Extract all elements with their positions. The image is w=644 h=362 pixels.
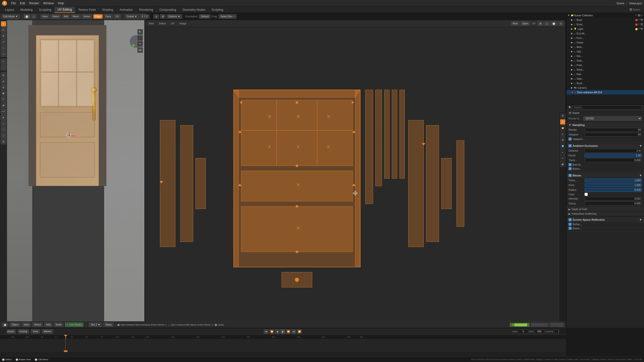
jump-end-btn[interactable]: ⏭: [292, 329, 296, 334]
snap-toggle[interactable]: ⊞: [160, 14, 166, 19]
uv-snap-btn[interactable]: ⊙: [558, 21, 564, 26]
edge-menu[interactable]: Edge: [93, 14, 103, 19]
tab-scripting[interactable]: Scripting: [209, 7, 227, 13]
ne-node-btn[interactable]: Node: [54, 323, 63, 327]
marker-btn[interactable]: Marker: [42, 329, 53, 334]
bloom-clamp-input[interactable]: [585, 202, 642, 205]
uv-uv-btn[interactable]: UV: [169, 22, 176, 25]
face-menu[interactable]: Face: [104, 14, 113, 19]
tool-shrink-flatten[interactable]: ◈: [1, 115, 6, 120]
xyz-transform[interactable]: X Y Z: [140, 14, 150, 19]
global-transform[interactable]: Global ▼: [125, 14, 139, 19]
outliner-scene-collection[interactable]: ▼ 📁 Scene Collection 👁 📷 ⊞: [567, 13, 644, 18]
ne-add-btn[interactable]: Add: [44, 323, 52, 327]
viewport-shading-wire[interactable]: ◻: [31, 14, 36, 19]
camera-view-btn[interactable]: 📷: [137, 41, 143, 47]
tool-select[interactable]: ↖: [1, 21, 6, 27]
filter-icon[interactable]: ⊞: [641, 14, 643, 17]
tab-uv-editing[interactable]: UV Editing: [55, 7, 75, 13]
outliner-row-rail[interactable]: ▶ △ Rail...: [567, 72, 644, 76]
tab-sculpting[interactable]: Sculpting: [36, 7, 55, 13]
menu-file[interactable]: File: [9, 1, 18, 6]
tool-annotate[interactable]: ✏: [1, 59, 6, 64]
ne-slot-icons[interactable]: ⬛⬛⬛⬛: [549, 323, 564, 327]
ne-marker-btn[interactable]: ■ MarkerInput: [531, 323, 548, 327]
tool-scale[interactable]: ⤡: [1, 45, 6, 51]
outliner-row-mod[interactable]: ▶ △ Mod...: [567, 45, 644, 49]
props-material-btn[interactable]: ⬤: [560, 161, 566, 167]
options-menu[interactable]: Options ▼: [167, 14, 182, 19]
orientation-select[interactable]: Default: [199, 14, 211, 19]
mode-selector[interactable]: Edit Mode ▼: [2, 14, 20, 19]
bloom-color-swatch[interactable]: [585, 193, 588, 196]
tool-spin[interactable]: ↻: [1, 97, 6, 102]
ne-material-name[interactable]: Glass: [103, 323, 113, 327]
outliner-row-stair[interactable]: ▶ △ Stair...: [567, 76, 644, 81]
outliner-row-camera[interactable]: ▶ 📷 Camera: [567, 85, 644, 90]
menu-edit[interactable]: Edit: [18, 1, 27, 6]
buzz-render[interactable]: 📷: [640, 19, 643, 21]
tool-rotate[interactable]: ↺: [1, 39, 6, 45]
bloom-intensity-input[interactable]: [585, 197, 642, 201]
mesh-menu[interactable]: Mesh: [71, 14, 80, 19]
uv-image-btn[interactable]: Image: [178, 22, 188, 25]
ne-viewport-icon[interactable]: ⬤: [2, 323, 8, 327]
outliner-row-emis[interactable]: ▶ △ Emis... 👁 📷: [567, 22, 644, 27]
outliner-row-sola[interactable]: ▶ △ Sola...: [567, 58, 644, 63]
ao-factor-input[interactable]: [585, 154, 642, 157]
ao-trace-input[interactable]: [585, 158, 642, 162]
loop-btn[interactable]: 🔁: [297, 329, 302, 334]
props-modifier-btn[interactable]: ⚙: [560, 155, 566, 161]
next-frame-btn[interactable]: ⏩: [286, 329, 291, 334]
props-output-btn[interactable]: 📁: [560, 125, 566, 131]
ao-bounce-checkbox[interactable]: ✓: [569, 167, 572, 170]
vertex-menu[interactable]: Vertex: [82, 14, 92, 19]
props-render-btn[interactable]: 🎬: [560, 113, 566, 119]
outliner-row-roof[interactable]: ▶ △ Roof...: [567, 81, 644, 85]
tool-knife[interactable]: ▲: [1, 78, 6, 84]
tool-rip-region[interactable]: ⊠: [1, 139, 6, 144]
add-menu[interactable]: Add: [62, 14, 70, 19]
bloom-checkbox[interactable]: ✓: [569, 174, 572, 177]
uv-select-btn[interactable]: Select: [157, 22, 168, 25]
tool-poly-build[interactable]: ▣: [1, 90, 6, 96]
uv-select-mode[interactable]: ◻: [544, 21, 550, 26]
outliner-row-light[interactable]: ▶ 💡 Light 👁 📷: [567, 27, 644, 31]
ssr-header[interactable]: ✓ Screen Space Reflection ▼: [567, 217, 644, 222]
outliner-row-grass[interactable]: ▶ △ Grass: [567, 40, 644, 45]
uv-new-btn[interactable]: New: [511, 21, 519, 26]
zoom-in-btn[interactable]: 🔍: [137, 29, 143, 35]
props-object-btn[interactable]: ▲: [560, 149, 566, 155]
tab-rendering[interactable]: Rendering: [136, 7, 156, 13]
render-icon[interactable]: 📷: [638, 14, 640, 17]
timeline-view-btn[interactable]: View: [31, 329, 40, 334]
outliner-row-utili[interactable]: ▶ △ Utili...: [567, 49, 644, 54]
view-menu[interactable]: View: [41, 14, 50, 19]
bloom-radius-input[interactable]: [585, 188, 642, 192]
uv-open-btn[interactable]: Open: [520, 21, 530, 26]
outliner-row-kitc[interactable]: ▶ △ Kitc...: [567, 54, 644, 58]
bloom-header[interactable]: ✓ Bloom ▼: [567, 173, 644, 178]
viewport-samples-input[interactable]: [585, 133, 642, 137]
ne-object-btn[interactable]: Object: [10, 323, 20, 327]
tool-edge-slide[interactable]: ⟺: [1, 109, 6, 114]
tab-geometry-nodes[interactable]: Geometry Nodes: [179, 7, 209, 13]
jump-start-btn[interactable]: ⏮: [264, 329, 268, 334]
tab-shading[interactable]: Shading: [99, 7, 116, 13]
ne-use-nodes-btn[interactable]: ✓ Use Nodes: [65, 323, 84, 327]
outliner-row-pool[interactable]: ▶ △ Pool...: [567, 63, 644, 67]
ao-bent-checkbox[interactable]: ✓: [569, 163, 572, 166]
tab-modeling[interactable]: Modeling: [17, 7, 36, 13]
tool-push-pull[interactable]: ⬥: [1, 121, 6, 126]
ne-slot-selector[interactable]: Slot 2 ▼: [89, 323, 102, 327]
sss-section[interactable]: ▶ Subsurface Scattering: [567, 212, 644, 216]
play-btn[interactable]: ▶: [280, 329, 285, 334]
ssr-bounce-checkbox[interactable]: ✓: [569, 227, 572, 230]
bloom-knee-input[interactable]: [585, 183, 642, 187]
render-samples-input[interactable]: [585, 128, 642, 132]
uv-sync-btn[interactable]: ⊞: [538, 21, 543, 26]
buzz-eye[interactable]: 👁: [638, 19, 640, 21]
menu-window[interactable]: Window: [41, 1, 56, 6]
num-pad-btn[interactable]: ⌨: [137, 47, 143, 53]
props-world-btn[interactable]: 🌍: [560, 143, 566, 149]
